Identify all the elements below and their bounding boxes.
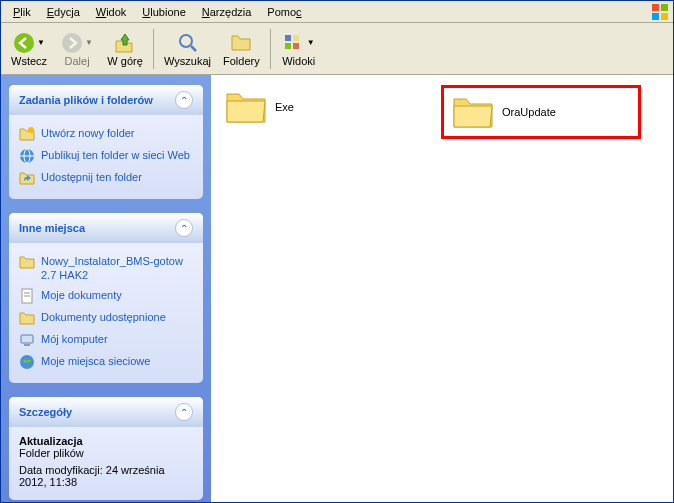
search-button[interactable]: Wyszukaj <box>158 29 217 69</box>
computer-icon <box>19 332 35 348</box>
chevron-down-icon: ▼ <box>307 38 315 47</box>
chevron-down-icon: ▼ <box>85 38 93 47</box>
place-label: Mój komputer <box>41 332 193 346</box>
panel-body: Aktualizacja Folder plików Data modyfika… <box>9 427 203 500</box>
svg-point-4 <box>14 33 34 53</box>
panel-places-header[interactable]: Inne miejsca ⌃ <box>9 213 203 243</box>
svg-rect-11 <box>293 43 299 49</box>
shared-icon <box>19 310 35 326</box>
place-installer[interactable]: Nowy_Instalator_BMS-gotow 2.7 HAK2 <box>19 251 193 285</box>
svg-point-5 <box>62 33 82 53</box>
forward-button[interactable]: ▼ Dalej <box>53 29 101 69</box>
panel-title: Inne miejsca <box>19 222 85 234</box>
place-label: Nowy_Instalator_BMS-gotow 2.7 HAK2 <box>41 254 193 282</box>
details-type: Folder plików <box>19 447 193 459</box>
search-icon <box>177 32 199 54</box>
back-icon <box>13 32 35 54</box>
chevron-down-icon: ▼ <box>37 38 45 47</box>
panel-details-header[interactable]: Szczegóły ⌃ <box>9 397 203 427</box>
svg-rect-8 <box>285 35 291 41</box>
publish-icon <box>19 148 35 164</box>
task-label: Udostępnij ten folder <box>41 170 193 184</box>
svg-rect-1 <box>661 4 668 11</box>
svg-rect-9 <box>293 35 299 41</box>
folder-oraupdate[interactable]: OraUpdate <box>441 85 641 139</box>
task-share[interactable]: Udostępnij ten folder <box>19 167 193 189</box>
folder-icon <box>225 89 267 125</box>
back-button[interactable]: ▼ Wstecz <box>5 29 53 69</box>
place-label: Moje miejsca sieciowe <box>41 354 193 368</box>
up-label: W górę <box>107 55 142 67</box>
folder-exe[interactable]: Exe <box>221 85 421 129</box>
up-icon <box>114 32 136 54</box>
panel-title: Szczegóły <box>19 406 72 418</box>
separator <box>270 29 271 69</box>
chevron-up-icon: ⌃ <box>175 219 193 237</box>
svg-line-7 <box>191 46 196 51</box>
panel-body: Nowy_Instalator_BMS-gotow 2.7 HAK2 Moje … <box>9 243 203 383</box>
task-label: Publikuj ten folder w sieci Web <box>41 148 193 162</box>
menu-ulubione[interactable]: Ulubione <box>134 4 193 20</box>
task-label: Utwórz nowy folder <box>41 126 193 140</box>
folders-button[interactable]: Foldery <box>217 29 266 69</box>
folders-label: Foldery <box>223 55 260 67</box>
menu-plik[interactable]: Plik <box>5 4 39 20</box>
content: Zadania plików i folderów ⌃ Utwórz nowy … <box>1 75 673 502</box>
menu-edycja[interactable]: Edycja <box>39 4 88 20</box>
folder-icon <box>19 254 35 270</box>
sidebar: Zadania plików i folderów ⌃ Utwórz nowy … <box>1 75 211 502</box>
share-icon <box>19 170 35 186</box>
panel-body: Utwórz nowy folder Publikuj ten folder w… <box>9 115 203 199</box>
views-button[interactable]: ▼ Widoki <box>275 29 323 69</box>
place-documents[interactable]: Moje dokumenty <box>19 285 193 307</box>
folder-new-icon <box>19 126 35 142</box>
menu-widok[interactable]: Widok <box>88 4 135 20</box>
folder-icon <box>452 94 494 130</box>
toolbar: ▼ Wstecz ▼ Dalej W górę Wyszukaj Foldery <box>1 23 673 75</box>
separator <box>153 29 154 69</box>
search-label: Wyszukaj <box>164 55 211 67</box>
menu-narzedzia[interactable]: Narzędzia <box>194 4 260 20</box>
folder-view[interactable]: Exe OraUpdate <box>211 75 673 502</box>
back-label: Wstecz <box>11 55 47 67</box>
docs-icon <box>19 288 35 304</box>
task-publish[interactable]: Publikuj ten folder w sieci Web <box>19 145 193 167</box>
panel-title: Zadania plików i folderów <box>19 94 153 106</box>
svg-rect-0 <box>652 4 659 11</box>
svg-rect-20 <box>24 344 30 346</box>
panel-tasks-header[interactable]: Zadania plików i folderów ⌃ <box>9 85 203 115</box>
network-icon <box>19 354 35 370</box>
forward-label: Dalej <box>65 55 90 67</box>
details-name: Aktualizacja <box>19 435 193 447</box>
up-button[interactable]: W górę <box>101 29 149 69</box>
place-network[interactable]: Moje miejsca sieciowe <box>19 351 193 373</box>
place-label: Moje dokumenty <box>41 288 193 302</box>
svg-point-6 <box>180 35 192 47</box>
views-label: Widoki <box>282 55 315 67</box>
svg-rect-10 <box>285 43 291 49</box>
task-new-folder[interactable]: Utwórz nowy folder <box>19 123 193 145</box>
svg-rect-2 <box>652 13 659 20</box>
panel-places: Inne miejsca ⌃ Nowy_Instalator_BMS-gotow… <box>9 213 203 383</box>
panel-tasks: Zadania plików i folderów ⌃ Utwórz nowy … <box>9 85 203 199</box>
panel-details: Szczegóły ⌃ Aktualizacja Folder plików D… <box>9 397 203 500</box>
folders-icon <box>230 32 252 54</box>
views-icon <box>283 32 305 54</box>
svg-rect-19 <box>21 335 33 343</box>
details-modified: Data modyfikacji: 24 września 2012, 11:3… <box>19 464 193 488</box>
place-label: Dokumenty udostępnione <box>41 310 193 324</box>
chevron-up-icon: ⌃ <box>175 91 193 109</box>
chevron-up-icon: ⌃ <box>175 403 193 421</box>
svg-rect-3 <box>661 13 668 20</box>
place-shared[interactable]: Dokumenty udostępnione <box>19 307 193 329</box>
windows-logo-icon <box>651 3 669 21</box>
menu-pomoc[interactable]: Pomoc <box>259 4 309 20</box>
folder-label: OraUpdate <box>502 106 556 118</box>
svg-point-12 <box>28 127 34 133</box>
forward-icon <box>61 32 83 54</box>
menubar: Plik Edycja Widok Ulubione Narzędzia Pom… <box>1 1 673 23</box>
place-computer[interactable]: Mój komputer <box>19 329 193 351</box>
folder-label: Exe <box>275 101 294 113</box>
